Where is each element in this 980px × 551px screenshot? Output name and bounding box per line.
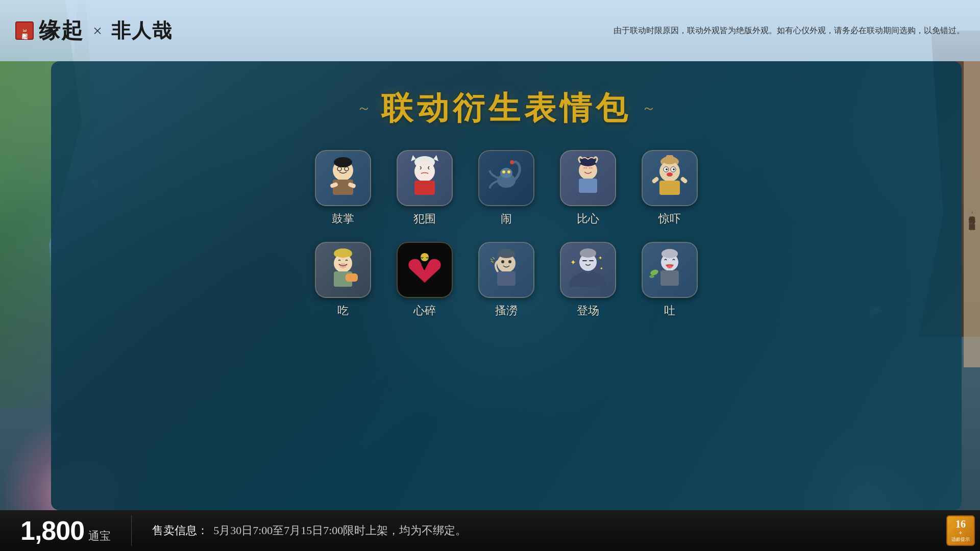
main-panel: ～ 联动衍生表情包 ～	[51, 61, 962, 510]
svg-point-36	[339, 263, 347, 268]
emote-tu[interactable]: 吐	[642, 242, 698, 318]
svg-point-46	[508, 260, 511, 263]
emote-chi[interactable]: 吃	[315, 242, 371, 318]
emote-char-saolao	[479, 243, 533, 297]
svg-line-49	[491, 259, 493, 260]
emote-icon-dengchang: ✦ ✦ ✦	[560, 242, 616, 298]
panel-title-text: 联动衍生表情包	[381, 87, 631, 130]
emote-char-fanwei	[398, 151, 452, 205]
saolao-svg	[483, 247, 529, 293]
emote-label-jinghu: 惊吓	[658, 211, 681, 227]
nao-svg	[483, 155, 529, 201]
svg-rect-61	[660, 270, 679, 286]
emote-nao[interactable]: 闹	[478, 150, 534, 227]
svg-rect-47	[497, 271, 516, 286]
svg-point-44	[498, 249, 515, 258]
xinsui-svg	[402, 247, 448, 293]
age-plus: +	[959, 529, 963, 537]
emote-char-xinsui	[398, 243, 452, 297]
emote-label-tu: 吐	[664, 303, 675, 318]
logo-red-text: 红图3	[21, 29, 29, 32]
svg-text:✦: ✦	[598, 255, 602, 261]
sale-label: 售卖信息：	[152, 523, 208, 538]
svg-line-48	[493, 257, 495, 259]
emote-label-bixin: 比心	[577, 211, 599, 227]
emote-char-bixin	[561, 151, 615, 205]
sale-section: 售卖信息： 5月30日7:00至7月15日7:00限时上架，均为不绑定。	[132, 523, 960, 538]
guzhang-svg	[320, 155, 366, 201]
emote-saolao[interactable]: 搔澇	[478, 242, 534, 318]
svg-point-59	[662, 249, 678, 258]
emote-icon-guzhang	[315, 150, 371, 206]
emote-label-nao: 闹	[501, 211, 512, 227]
svg-point-45	[501, 260, 504, 263]
svg-point-28	[673, 168, 675, 170]
logo: 红图3 缘起 × 非人哉	[15, 16, 173, 45]
top-bar: 红图3 缘起 × 非人哉 由于联动时限原因，联动外观皆为绝版外观。如有心仪外观，…	[0, 0, 980, 61]
emote-dengchang[interactable]: ✦ ✦ ✦ 登场	[560, 242, 616, 318]
age-sub-text: 适龄提示	[951, 537, 970, 542]
logo-red-box: 红图3	[15, 21, 34, 40]
dengchang-svg: ✦ ✦ ✦	[565, 247, 611, 293]
top-notice-text: 由于联动时限原因，联动外观皆为绝版外观。如有心仪外观，请务必在联动期间选购，以免…	[614, 26, 965, 36]
bottom-bar: 1,800 通宝 售卖信息： 5月30日7:00至7月15日7:00限时上架，均…	[0, 510, 980, 551]
svg-point-29	[667, 172, 673, 177]
title-left-deco: ～	[357, 98, 371, 118]
emote-row-1: 鼓掌	[315, 150, 698, 227]
emote-icon-saolao	[478, 242, 534, 298]
emote-row-2: 吃	[315, 242, 698, 318]
emote-icon-bixin	[560, 150, 616, 206]
emote-jinghu[interactable]: 惊吓	[642, 150, 698, 227]
title-decorative: ～ 联动衍生表情包 ～	[51, 87, 962, 130]
svg-line-50	[491, 261, 494, 262]
emote-label-xinsui: 心碎	[413, 303, 436, 318]
title-right-deco: ～	[642, 98, 656, 118]
svg-rect-32	[680, 176, 688, 184]
price-number: 1,800	[20, 515, 84, 546]
emote-icon-chi	[315, 242, 371, 298]
svg-point-27	[666, 168, 668, 170]
price-unit: 通宝	[88, 529, 111, 544]
bixin-svg	[565, 155, 611, 201]
svg-point-8	[414, 161, 435, 182]
svg-rect-31	[651, 176, 659, 184]
emote-char-chi	[316, 243, 370, 297]
svg-rect-24	[666, 155, 673, 163]
sale-text: 5月30日7:00至7月15日7:00限时上架，均为不绑定。	[213, 523, 467, 538]
price-section: 1,800 通宝	[20, 515, 132, 546]
svg-rect-39	[346, 273, 358, 282]
svg-point-15	[502, 170, 505, 173]
age-rating-badge: 16 + 适龄提示	[946, 515, 975, 546]
jinghu-svg	[647, 155, 693, 201]
chi-svg	[320, 247, 366, 293]
emote-label-saolao: 搔澇	[495, 303, 518, 318]
logo-main-text: 缘起	[39, 16, 84, 45]
emote-char-tu	[643, 243, 697, 297]
svg-point-13	[500, 168, 512, 178]
emote-icon-jinghu	[642, 150, 698, 206]
emote-icon-fanwei	[397, 150, 453, 206]
fanwei-svg	[402, 155, 448, 201]
emote-fanwei[interactable]: 犯围	[397, 150, 453, 227]
panel-title: ～ 联动衍生表情包 ～	[51, 61, 962, 150]
svg-point-60	[667, 265, 672, 268]
svg-point-41	[421, 253, 429, 261]
emote-grid: 鼓掌	[51, 150, 962, 318]
emote-guzhang[interactable]: 鼓掌	[315, 150, 371, 227]
svg-point-16	[507, 170, 510, 173]
svg-text:✦: ✦	[570, 259, 576, 266]
svg-point-14	[510, 160, 514, 164]
logo-sub-text: 非人哉	[111, 18, 173, 44]
emote-label-fanwei: 犯围	[413, 211, 436, 227]
emote-xinsui[interactable]: 心碎	[397, 242, 453, 318]
right-sidebar-text: 售卖详情见客户端内最体商品介绍，实际效果以客户端为准	[964, 61, 980, 367]
emote-char-guzhang	[316, 151, 370, 205]
age-number: 16	[955, 519, 966, 529]
logo-cross: ×	[93, 21, 102, 40]
emote-bixin[interactable]: 比心	[560, 150, 616, 227]
emote-char-dengchang: ✦ ✦ ✦	[561, 243, 615, 297]
tu-svg	[647, 247, 693, 293]
svg-point-53	[580, 248, 596, 258]
emote-icon-tu	[642, 242, 698, 298]
emote-label-dengchang: 登场	[577, 303, 599, 318]
